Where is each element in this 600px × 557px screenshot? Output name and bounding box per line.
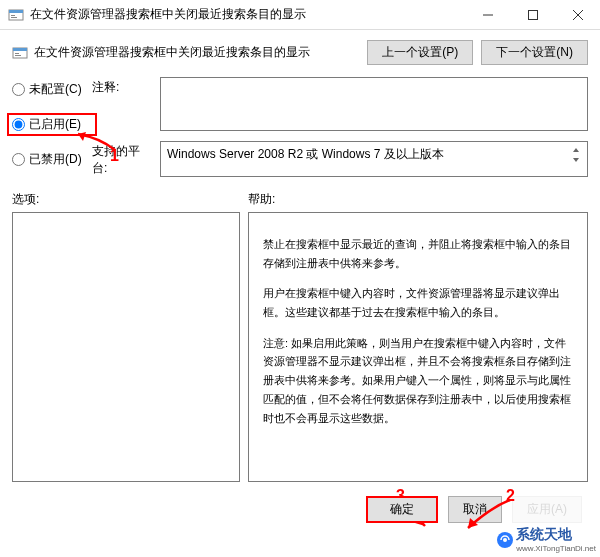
header: 在文件资源管理器搜索框中关闭最近搜索条目的显示 上一个设置(P) 下一个设置(N… bbox=[0, 30, 600, 73]
help-text-3: 注意: 如果启用此策略，则当用户在搜索框中键入内容时，文件资源管理器不显示建议弹… bbox=[263, 334, 573, 427]
platform-box: Windows Server 2008 R2 或 Windows 7 及以上版本 bbox=[160, 141, 588, 177]
window-title: 在文件资源管理器搜索框中关闭最近搜索条目的显示 bbox=[30, 6, 465, 23]
svg-rect-9 bbox=[13, 48, 27, 51]
minimize-button[interactable] bbox=[465, 0, 510, 30]
svg-rect-10 bbox=[15, 53, 19, 54]
options-panel bbox=[12, 212, 240, 482]
radio-disabled-input[interactable] bbox=[12, 153, 25, 166]
radio-enabled[interactable]: 已启用(E) bbox=[7, 113, 97, 136]
ok-button[interactable]: 确定 bbox=[366, 496, 438, 523]
platform-label: 支持的平台: bbox=[92, 141, 152, 177]
svg-point-13 bbox=[503, 538, 507, 542]
watermark-url: www.XiTongTianDi.net bbox=[516, 544, 596, 553]
watermark-text: 系统天地 bbox=[516, 526, 572, 542]
svg-rect-11 bbox=[15, 55, 21, 56]
radio-unconfigured-input[interactable] bbox=[12, 83, 25, 96]
svg-rect-1 bbox=[9, 10, 23, 13]
maximize-button[interactable] bbox=[510, 0, 555, 30]
comment-input[interactable] bbox=[160, 77, 588, 131]
scroll-arrows[interactable] bbox=[571, 146, 581, 164]
radio-unconfigured[interactable]: 未配置(C) bbox=[12, 81, 92, 98]
radio-disabled[interactable]: 已禁用(D) bbox=[12, 151, 92, 168]
comment-label: 注释: bbox=[92, 77, 152, 131]
radio-enabled-input[interactable] bbox=[12, 118, 25, 131]
policy-title: 在文件资源管理器搜索框中关闭最近搜索条目的显示 bbox=[34, 44, 367, 61]
svg-rect-5 bbox=[528, 10, 537, 19]
policy-icon bbox=[8, 7, 24, 23]
help-panel: 禁止在搜索框中显示最近的查询，并阻止将搜索框中输入的条目存储到注册表中供将来参考… bbox=[248, 212, 588, 482]
cancel-button[interactable]: 取消 bbox=[448, 496, 502, 523]
radio-enabled-label: 已启用(E) bbox=[29, 116, 81, 133]
help-text-1: 禁止在搜索框中显示最近的查询，并阻止将搜索框中输入的条目存储到注册表中供将来参考… bbox=[263, 235, 573, 272]
watermark-logo-icon bbox=[496, 531, 514, 549]
help-text-2: 用户在搜索框中键入内容时，文件资源管理器将显示建议弹出框。这些建议都基于过去在搜… bbox=[263, 284, 573, 321]
previous-setting-button[interactable]: 上一个设置(P) bbox=[367, 40, 473, 65]
next-setting-button[interactable]: 下一个设置(N) bbox=[481, 40, 588, 65]
platform-value: Windows Server 2008 R2 或 Windows 7 及以上版本 bbox=[167, 146, 571, 163]
policy-icon bbox=[12, 45, 28, 61]
svg-rect-2 bbox=[11, 15, 15, 16]
radio-disabled-label: 已禁用(D) bbox=[29, 151, 82, 168]
radio-unconfigured-label: 未配置(C) bbox=[29, 81, 82, 98]
titlebar: 在文件资源管理器搜索框中关闭最近搜索条目的显示 bbox=[0, 0, 600, 30]
watermark: 系统天地 www.XiTongTianDi.net bbox=[496, 526, 596, 553]
options-label: 选项: bbox=[12, 191, 248, 208]
help-label: 帮助: bbox=[248, 191, 275, 208]
close-button[interactable] bbox=[555, 0, 600, 30]
footer-buttons: 确定 取消 应用(A) bbox=[0, 482, 600, 523]
svg-rect-3 bbox=[11, 17, 17, 18]
apply-button[interactable]: 应用(A) bbox=[512, 496, 582, 523]
